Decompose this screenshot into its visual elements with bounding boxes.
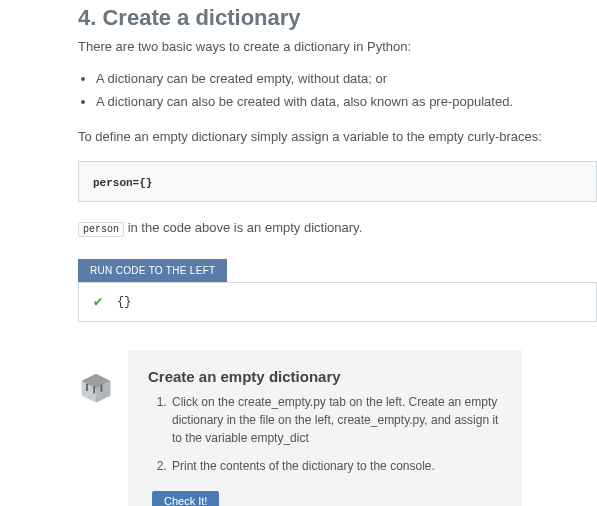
task-cube-icon <box>78 372 114 408</box>
output-box: ✔ {} <box>78 282 597 322</box>
output-text: {} <box>117 295 131 309</box>
inline-code: person <box>78 222 124 237</box>
check-icon: ✔ <box>93 295 103 309</box>
inline-suffix: in the code above is an empty dictionary… <box>124 220 362 235</box>
task-step: Click on the create_empty.py tab on the … <box>170 393 502 447</box>
section-heading: 4. Create a dictionary <box>78 5 597 31</box>
task-title: Create an empty dictionary <box>148 368 502 385</box>
intro-text: There are two basic ways to create a dic… <box>78 37 597 57</box>
task-steps: Click on the create_empty.py tab on the … <box>170 393 502 475</box>
run-code-button[interactable]: RUN CODE TO THE LEFT <box>78 259 227 282</box>
inline-explanation: person in the code above is an empty dic… <box>78 218 597 238</box>
bullet-item: A dictionary can be created empty, witho… <box>96 67 597 90</box>
task-step: Print the contents of the dictionary to … <box>170 457 502 475</box>
define-text: To define an empty dictionary simply ass… <box>78 127 597 147</box>
check-it-button[interactable]: Check It! <box>152 491 219 506</box>
code-block: person={} <box>78 161 597 202</box>
bullet-item: A dictionary can also be created with da… <box>96 90 597 113</box>
task-card: Create an empty dictionary Click on the … <box>128 350 522 506</box>
bullet-list: A dictionary can be created empty, witho… <box>96 67 597 114</box>
code-content: person={} <box>93 177 152 189</box>
